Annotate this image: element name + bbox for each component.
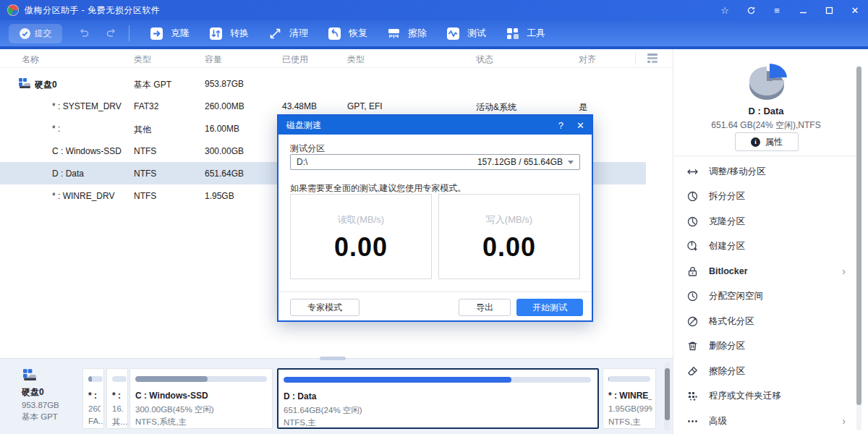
toolbar-tools-button[interactable]: 工具 [505,26,545,41]
check-icon [20,28,30,39]
row-capacity: 300.00GB [205,146,244,156]
titlebar: 傲梅分区助手 - 免费无损分区软件 ☆ ≡ ✕ [0,0,868,20]
usage-bar [608,376,650,382]
partition-select[interactable]: D:\ 157.12GB / 651.64GB [290,154,580,170]
sidebar-scrollbar[interactable] [856,65,861,430]
tools-label: 工具 [527,27,545,40]
header-fs-type[interactable]: 类型 [347,54,365,66]
properties-button[interactable]: i 属性 [735,132,799,151]
block-size: 16.... [112,404,124,413]
sidebar-item-create-partition[interactable]: 创建分区 [673,234,857,260]
bottom-panel-scrollbar-thumb[interactable] [665,368,670,420]
maximize-button[interactable] [823,4,835,16]
sidebar-item-bitlocker[interactable]: Bitlocker › [673,259,857,284]
recover-icon [327,26,342,41]
block-fs: FA... [88,417,104,425]
toolbar-recover-button[interactable]: 恢复 [327,26,367,41]
sidebar-item-delete-partition[interactable]: 删除分区 [673,334,857,359]
app-migration-icon [686,390,699,402]
toolbar: 提交 克隆 转换 清理 [0,20,868,46]
header-name[interactable]: 名称 [22,54,39,66]
block-size: 651.64GB(24% 空闲) [284,405,595,416]
disk-block-system-drv[interactable]: * : ... 260... FA... [82,368,104,429]
hard-disk-icon [22,368,38,381]
menu-icon[interactable]: ≡ [771,4,783,16]
disk-speed-test-dialog: 磁盘测速 ? ✕ 测试分区 D:\ 157.12GB / 651.64GB 如果… [277,114,593,322]
list-view-icon[interactable] [646,52,659,64]
sidebar-item-clone-partition[interactable]: 克隆分区 [673,209,857,234]
dropdown-caret-icon [568,161,574,164]
minimize-button[interactable] [797,4,809,16]
partition-select-detail: 157.12GB / 651.64GB [477,157,563,167]
dialog-titlebar[interactable]: 磁盘测速 ? ✕ [278,116,592,135]
delete-partition-icon [686,340,699,352]
row-type: 其他 [134,124,151,136]
create-partition-icon [686,240,699,252]
sidebar-item-resize-move[interactable]: 调整/移动分区 [673,159,857,184]
expert-mode-button[interactable]: 专家模式 [290,299,359,316]
sidebar-item-wipe-partition[interactable]: 擦除分区 [673,359,857,384]
sidebar-item-format-partition[interactable]: 格式化分区 [673,309,857,334]
write-speed-value: 0.00 [439,232,579,263]
partition-assistant-window: 傲梅分区助手 - 免费无损分区软件 ☆ ≡ ✕ 提交 [0,0,868,434]
table-row-disk0[interactable]: 硬盘0 基本 GPT 953.87GB [0,72,646,95]
row-type: 基本 GPT [134,79,171,91]
start-test-button[interactable]: 开始测试 [516,299,583,316]
row-name: * : [52,124,60,134]
toolbar-test-button[interactable]: 测试 [446,26,486,41]
clean-icon [268,26,283,41]
info-icon: i [751,137,760,147]
toolbar-convert-button[interactable]: 转换 [208,26,249,41]
block-size: 1.95GB(99%... [608,404,652,413]
sidebar-item-advanced[interactable]: 高级 › [673,409,857,434]
header-used[interactable]: 已使用 [282,54,308,66]
partition-select-value: D:\ [297,157,307,167]
toolbar-erase-button[interactable]: 擦除 [386,26,427,41]
sidebar-partition-info: 651.64 GB(24% 空闲),NTFS [673,119,859,132]
header-status[interactable]: 状态 [476,54,493,66]
disk-info[interactable]: 硬盘0 953.87GB 基本 GPT [22,368,59,422]
tools-icon [505,26,520,41]
disk-block-d-data-selected[interactable]: D : Data 651.64GB(24% 空闲) NTFS,主 [277,368,599,429]
row-name: D : Data [52,169,84,179]
resize-move-icon [686,166,699,178]
sidebar-item-split-partition[interactable]: 拆分分区 [673,184,857,210]
row-type: FAT32 [134,101,158,111]
app-logo-icon [7,4,19,16]
export-button[interactable]: 导出 [459,299,511,316]
clone-partition-icon [686,216,699,228]
disk-block-reserved[interactable]: * : 16.... 其... [106,368,128,429]
redo-button[interactable] [106,27,117,41]
bottom-panel-scrollbar[interactable] [664,362,671,431]
toolbar-separator [129,25,129,41]
wipe-partition-icon [686,365,699,378]
favorite-star-icon[interactable]: ☆ [719,4,731,16]
block-name: * : WINRE_... [608,391,652,401]
close-button[interactable]: ✕ [849,4,861,16]
block-fs: 其... [112,417,127,427]
dialog-help-icon[interactable]: ? [558,120,563,131]
sidebar-item-allocate-space[interactable]: 分配空闲空间 [673,284,857,310]
toolbar-clone-button[interactable]: 克隆 [149,26,190,41]
window-title: 傲梅分区助手 - 免费无损分区软件 [25,4,160,17]
sidebar-item-app-migration[interactable]: 程序或文件夹迁移 [673,384,857,409]
row-capacity: 953.87GB [205,79,244,89]
undo-button[interactable] [78,27,90,41]
header-type[interactable]: 类型 [134,54,151,66]
header-aligned[interactable]: 对齐 [579,54,596,66]
chevron-right-icon: › [842,265,846,277]
hard-disk-icon [18,77,31,89]
sidebar-scrollbar-thumb[interactable] [856,67,861,405]
submit-button[interactable]: 提交 [9,24,62,43]
dialog-close-button[interactable]: ✕ [576,120,584,131]
allocate-space-icon [686,290,699,302]
panel-resize-handle[interactable] [320,357,346,360]
disk-block-winre-drv[interactable]: * : WINRE_... 1.95GB(99%... NTFS,主 [603,368,656,429]
disk-block-c-windows-ssd[interactable]: C : Windows-SSD 300.00GB(45% 空闲) NTFS,系统… [129,368,273,429]
row-name: * : WINRE_DRV [52,191,114,201]
header-capacity[interactable]: 容量 [205,54,222,66]
toolbar-clean-button[interactable]: 清理 [268,26,308,41]
sync-icon[interactable] [745,4,757,16]
row-used: 43.48MB [282,101,317,111]
block-name: C : Windows-SSD [135,391,268,401]
